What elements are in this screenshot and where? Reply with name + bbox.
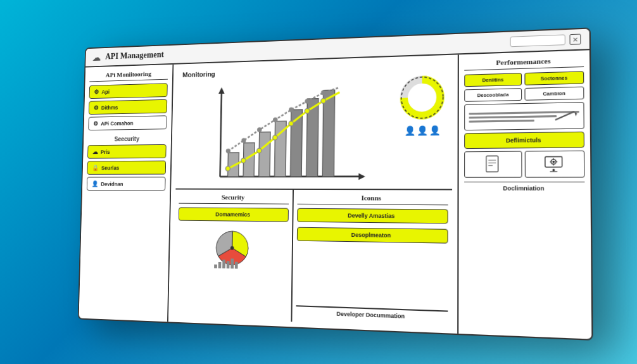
descooblada-button[interactable]: Descooblada [464, 88, 522, 102]
cloud-icon: ☁ [92, 51, 101, 63]
dithms-icon: ⚙ [94, 104, 99, 111]
right-panel: Performemances Deniitins Soctonnes Desco… [458, 50, 591, 339]
svg-line-1 [220, 89, 222, 177]
person-icon-2: 👤 [417, 125, 428, 135]
person-icon-1: 👤 [404, 125, 415, 136]
svg-marker-3 [358, 173, 365, 180]
doc-section-title: Doclimniation [464, 181, 584, 191]
icons-section-title: Iconns [298, 193, 448, 204]
developer-doc-row: Developer Docummation [296, 305, 448, 323]
svg-point-22 [289, 121, 294, 126]
svg-point-21 [273, 135, 278, 140]
app-window: ☁ API Management ✕ APi Moniitooring ⚙ Ap… [78, 27, 593, 341]
donut-chart [400, 74, 445, 120]
search-bar[interactable] [510, 34, 565, 47]
document-icon-box [464, 151, 522, 177]
svg-rect-35 [235, 261, 238, 268]
svg-rect-33 [227, 261, 230, 268]
perspective-wrapper: ☁ API Management ✕ APi Moniitooring ⚙ Ap… [59, 37, 578, 328]
pris-button[interactable]: ☁ Pris [87, 144, 167, 158]
document-svg [485, 154, 501, 173]
chart-area [179, 76, 393, 185]
right-panel-title: Performemances [464, 56, 584, 71]
text-line-3 [469, 119, 534, 122]
security-section: Security Domamemics [173, 189, 294, 322]
svg-marker-37 [574, 111, 577, 116]
svg-point-18 [225, 166, 230, 171]
cambion-button[interactable]: Cambion [524, 86, 584, 100]
svg-point-23 [305, 108, 310, 113]
monitor-svg [543, 155, 566, 173]
people-group: 👤 👤 👤 [404, 125, 440, 135]
title-bar-right: ✕ [510, 34, 581, 47]
svg-line-36 [555, 111, 574, 120]
svg-point-27 [410, 85, 434, 109]
svg-point-24 [321, 98, 326, 103]
security-pie [177, 225, 288, 271]
monitor-icon-box [525, 150, 585, 177]
svg-rect-31 [218, 261, 222, 268]
develly-button[interactable]: Develly Amastias [297, 208, 448, 223]
main-content: APi Moniitooring ⚙ Api ⚙ Dithms ⚙ APi Co… [79, 50, 592, 339]
security-section-title: Security [179, 193, 289, 204]
svg-point-14 [273, 117, 278, 122]
comahon-icon: ⚙ [93, 120, 98, 127]
svg-point-20 [257, 148, 262, 153]
close-button[interactable]: ✕ [569, 34, 581, 44]
dithms-button[interactable]: ⚙ Dithms [89, 99, 167, 114]
devidnan-button[interactable]: 👤 Devidnan [87, 177, 166, 191]
svg-point-19 [241, 158, 246, 163]
person-icon-3: 👤 [429, 125, 440, 135]
svg-marker-2 [218, 87, 225, 93]
svg-point-11 [226, 148, 230, 153]
bottom-icons-row [464, 150, 584, 177]
pencil-icon [552, 109, 580, 123]
left-panel-title: APi Moniitooring [89, 69, 168, 82]
icons-section: Iconns Develly Amastias Desoplmeaton Dev… [292, 189, 452, 327]
svg-rect-30 [214, 264, 217, 268]
title-bar-left: ☁ API Management [92, 49, 163, 63]
chart-svg [179, 76, 393, 185]
svg-rect-6 [259, 132, 270, 177]
app-title: API Management [105, 49, 164, 61]
pris-icon: ☁ [92, 148, 98, 154]
api-button[interactable]: ⚙ Api [89, 83, 168, 99]
desoplmeaton-button[interactable]: Desoplmeaton [297, 227, 448, 243]
security-pie-svg [208, 225, 256, 270]
monitoring-title: Monitoring [182, 70, 215, 78]
security-subtitle: Seecurity [88, 135, 167, 142]
perf-row-1: Deniitins Soctonnes [464, 71, 584, 87]
seurlas-icon: 🔒 [92, 164, 99, 170]
text-line-2 [469, 115, 557, 118]
domamemics-button[interactable]: Domamemics [179, 207, 289, 222]
api-comahon-button[interactable]: ⚙ APi Comahon [88, 115, 167, 130]
svg-rect-32 [222, 260, 225, 268]
soctonnes-button[interactable]: Soctonnes [524, 71, 584, 85]
svg-rect-34 [230, 258, 234, 268]
middle-panel: Monitoring [168, 54, 459, 334]
text-lines-box [464, 102, 584, 130]
svg-rect-38 [486, 156, 498, 172]
definition-button[interactable]: Deflimictuls [464, 131, 584, 148]
left-panel: APi Moniitooring ⚙ Api ⚙ Dithms ⚙ APi Co… [79, 64, 174, 322]
perf-row-2: Descooblada Cambion [464, 86, 584, 101]
svg-point-15 [289, 107, 294, 112]
seurlas-button[interactable]: 🔒 Seurlas [87, 160, 166, 174]
devidnan-icon: 👤 [92, 180, 99, 187]
deniitins-button[interactable]: Deniitins [464, 73, 522, 87]
donut-area: 👤 👤 👤 [396, 74, 448, 185]
api-icon: ⚙ [94, 89, 99, 95]
monitoring-area: Monitoring [175, 60, 452, 190]
svg-point-13 [257, 127, 262, 132]
bottom-middle: Security Domamemics [173, 189, 452, 328]
svg-point-43 [552, 168, 555, 171]
